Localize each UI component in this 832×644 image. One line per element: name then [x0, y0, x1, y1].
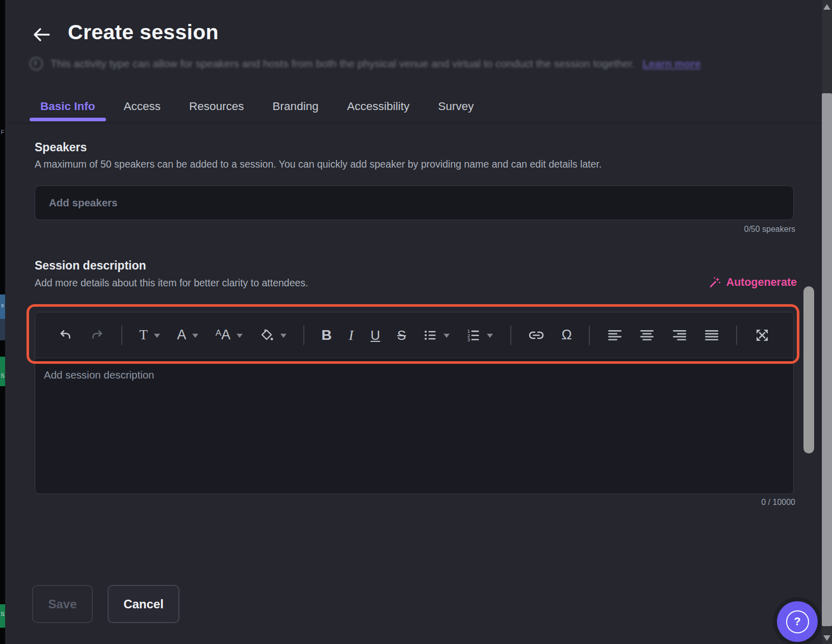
info-banner: This activity type can allow for speaker…: [30, 57, 774, 70]
font-color-button[interactable]: A: [177, 328, 198, 342]
chevron-down-icon: [487, 334, 493, 338]
toolbar-divider: [510, 326, 511, 345]
speakers-counter: 0/50 speakers: [744, 225, 795, 234]
tab-access[interactable]: Access: [113, 95, 172, 118]
chevron-down-icon: [192, 334, 198, 338]
strikethrough-button[interactable]: S: [397, 329, 406, 342]
add-speakers-input[interactable]: [35, 185, 794, 220]
toolbar-divider: [121, 326, 122, 345]
toolbar-divider: [303, 326, 304, 345]
bullet-list-button[interactable]: [423, 328, 450, 342]
magic-wand-icon: [708, 276, 721, 289]
tab-branding[interactable]: Branding: [262, 95, 329, 118]
speakers-description: A maximum of 50 speakers can be added to…: [35, 158, 602, 170]
back-button[interactable]: [31, 23, 53, 46]
special-character-button[interactable]: Ω: [562, 328, 572, 342]
page-edge-fragment: S: [0, 604, 5, 628]
align-left-button[interactable]: [607, 328, 622, 342]
insert-link-button[interactable]: [528, 327, 544, 343]
underline-icon: U: [371, 329, 380, 342]
session-description-subtext: Add more details about this item for bet…: [35, 277, 308, 289]
tab-resources[interactable]: Resources: [178, 95, 255, 118]
page-title: Create session: [68, 20, 219, 44]
svg-text:3: 3: [467, 337, 470, 342]
create-session-page: F s S S Create session This activity typ…: [0, 0, 832, 644]
scroll-down-arrow-icon[interactable]: [823, 635, 830, 641]
redo-icon: [90, 328, 104, 342]
fill-color-button[interactable]: [260, 328, 287, 342]
browser-scrollbar[interactable]: [822, 0, 832, 644]
italic-button[interactable]: I: [349, 328, 353, 342]
paint-bucket-icon: [260, 328, 274, 342]
underline-button[interactable]: U: [371, 329, 380, 342]
cancel-button[interactable]: Cancel: [108, 585, 179, 623]
align-center-button[interactable]: [639, 328, 655, 342]
chevron-down-icon: [154, 334, 160, 338]
tab-basic-info[interactable]: Basic Info: [30, 95, 106, 118]
text-style-icon: T: [139, 328, 148, 342]
font-size-button[interactable]: AA: [216, 328, 243, 342]
scroll-up-arrow-icon[interactable]: [823, 4, 830, 10]
question-mark-icon: ?: [786, 610, 809, 633]
link-icon: [528, 327, 544, 343]
tab-survey[interactable]: Survey: [427, 95, 484, 118]
save-button[interactable]: Save: [32, 585, 93, 623]
tab-bar: Basic Info Access Resources Branding Acc…: [30, 95, 484, 118]
redo-button[interactable]: [90, 328, 104, 342]
speakers-heading: Speakers: [35, 141, 87, 154]
justify-icon: [704, 328, 719, 342]
tab-accessibility[interactable]: Accessibility: [336, 95, 421, 118]
tab-bar-divider: [5, 123, 822, 123]
italic-icon: I: [349, 328, 353, 342]
description-editor: T A AA: [35, 312, 794, 494]
arrow-left-icon: [31, 23, 53, 46]
page-edge-fragment: s: [0, 294, 5, 319]
expand-icon: [755, 328, 770, 343]
learn-more-link[interactable]: Learn more: [642, 58, 700, 70]
omega-icon: Ω: [562, 328, 572, 342]
chevron-down-icon: [280, 334, 287, 338]
numbered-list-button[interactable]: 1 2 3: [466, 328, 493, 342]
undo-icon: [59, 328, 73, 342]
expand-editor-button[interactable]: [755, 328, 770, 343]
page-edge-fragment: [0, 319, 5, 340]
page-edge-fragment: S: [0, 357, 5, 386]
strikethrough-icon: S: [397, 329, 406, 342]
editor-toolbar: T A AA: [35, 312, 793, 358]
toolbar-divider: [736, 326, 737, 345]
bullet-list-icon: [423, 328, 437, 342]
description-counter: 0 / 10000: [761, 498, 795, 507]
autogenerate-label: Autogenerate: [726, 276, 797, 289]
font-color-icon: A: [177, 328, 186, 342]
toolbar-divider: [589, 326, 590, 345]
font-size-icon: AA: [216, 328, 230, 342]
align-right-icon: [672, 328, 687, 342]
help-button[interactable]: ?: [777, 601, 818, 642]
text-style-button[interactable]: T: [139, 328, 160, 342]
numbered-list-icon: 1 2 3: [466, 328, 481, 342]
info-banner-text: This activity type can allow for speaker…: [50, 58, 635, 70]
autogenerate-button[interactable]: Autogenerate: [708, 276, 797, 289]
undo-button[interactable]: [59, 328, 73, 342]
bold-icon: B: [321, 328, 331, 342]
bold-button[interactable]: B: [321, 328, 331, 342]
align-right-button[interactable]: [672, 328, 687, 342]
page-edge-fragment: F: [0, 128, 5, 137]
align-center-icon: [639, 328, 655, 342]
browser-scrollbar-thumb[interactable]: [822, 93, 832, 626]
background-page-edge: F s S S: [0, 0, 5, 644]
session-description-heading: Session description: [35, 259, 146, 273]
panel-scrollbar-thumb[interactable]: [803, 286, 814, 453]
chevron-down-icon: [444, 334, 450, 338]
info-icon: [30, 57, 43, 70]
chevron-down-icon: [237, 334, 243, 338]
session-description-editor-area[interactable]: Add session description: [35, 358, 793, 502]
align-left-icon: [607, 328, 622, 342]
justify-button[interactable]: [704, 328, 719, 342]
